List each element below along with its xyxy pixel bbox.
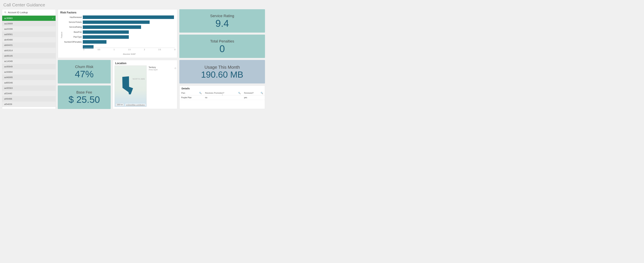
account-search-row[interactable]: Account ID Lookup	[2, 10, 56, 16]
chart-bar-label: ServiceTickets	[63, 21, 83, 23]
chart-bar	[83, 30, 129, 34]
chart-bar	[83, 16, 174, 19]
details-col-renewed[interactable]: Renewed?🔍	[242, 91, 265, 96]
table-row[interactable]: Purple Plan no yes	[180, 96, 265, 100]
chart-bar-row: HasRenewed	[63, 15, 175, 20]
map-legend-title: Territory	[148, 66, 174, 68]
kpi-churn-risk: Churn Risk 47%	[58, 60, 111, 84]
chart-bar-row: PlanType	[63, 34, 175, 40]
map-legend: ⌂ Territory Area layer	[148, 66, 176, 107]
kpi-usage: Usage This Month 190.60 MB	[179, 60, 265, 84]
map-territory-shape	[122, 76, 133, 94]
chart-bar-label: NumberOfPenalties	[63, 41, 83, 43]
kpi-base-fee-value: $ 25.50	[68, 95, 100, 104]
account-search-label: Account ID Lookup	[8, 11, 28, 14]
account-item[interactable]: ac14349	[2, 58, 56, 64]
svg-point-0	[4, 12, 6, 13]
account-lookup-panel: Account ID Lookup ac30983✓aa16889aa33396…	[2, 9, 56, 109]
details-cell-plan: Purple Plan	[180, 96, 203, 100]
chart-bar-row: NumberOfPenalties	[63, 40, 175, 44]
page-title: Call Center Guidance	[0, 0, 644, 9]
account-item[interactable]: ac85649	[2, 64, 56, 69]
kpi-total-penalties-label: Total Penalties	[210, 39, 234, 44]
chart-bar-row: ServiceTickets	[63, 20, 175, 24]
kpi-service-rating: Service Rating 9.4	[179, 9, 265, 32]
chart-y-axis-label: Feature	[60, 15, 63, 55]
details-col-renewed-label: Renewed?	[244, 92, 254, 94]
account-item[interactable]: ac30983✓	[2, 16, 56, 21]
kpi-base-fee: Base Fee $ 25.50	[58, 86, 111, 109]
location-title: Location	[113, 60, 177, 66]
account-item[interactable]: ab64431	[2, 42, 56, 48]
chart-bar-label: PlanType	[63, 36, 83, 38]
chart-bar	[83, 20, 150, 24]
chart-x-tick: 0.5	[98, 48, 100, 50]
account-item[interactable]: ab91914	[2, 48, 56, 53]
chart-x-tick: 0	[83, 48, 84, 50]
check-icon: ✓	[52, 17, 54, 20]
chart-x-tick: 2.5	[158, 48, 161, 50]
chart-bar	[83, 25, 141, 29]
chart-x-tick: 1.5	[128, 48, 130, 50]
chart-bar-label: BaseFee	[63, 31, 83, 33]
search-icon[interactable]: 🔍	[260, 92, 263, 94]
kpi-usage-label: Usage This Month	[204, 65, 240, 70]
chart-bar-label: HasRenewed	[63, 16, 83, 18]
chart-x-tick: 3	[174, 48, 175, 50]
kpi-service-rating-label: Service Rating	[210, 14, 234, 18]
account-item[interactable]: ad65046	[2, 80, 56, 86]
details-cell-promo: no	[203, 96, 242, 100]
account-item[interactable]: ac93894	[2, 69, 56, 75]
details-table: Plan🔍 Receives Promotion?🔍▴ Renewed?🔍 Pu…	[180, 91, 265, 100]
account-item[interactable]: af33440	[2, 91, 56, 96]
details-col-promo-label: Receives Promotion?	[205, 92, 224, 94]
account-item[interactable]: af54839	[2, 102, 56, 107]
chart-bar-row: ServiceRating	[63, 25, 175, 30]
details-col-plan[interactable]: Plan🔍	[180, 91, 203, 96]
chart-x-axis-label: Absolute SHAP	[84, 53, 175, 55]
details-col-promo[interactable]: Receives Promotion?🔍▴	[203, 91, 242, 96]
account-item[interactable]: aa16889	[2, 21, 56, 26]
sort-indicator-icon: ▴	[222, 94, 223, 96]
account-item[interactable]: af49466	[2, 96, 56, 102]
search-icon[interactable]: 🔍	[199, 92, 202, 94]
right-kpi-stack: Service Rating 9.4 Total Penalties 0	[179, 9, 265, 58]
kpi-usage-value: 190.60 MB	[201, 70, 243, 79]
chart-x-tick: 1	[114, 48, 115, 50]
risk-factors-title: Risk Factors	[58, 10, 177, 15]
kpi-total-penalties-value: 0	[220, 44, 225, 54]
chart-bars: HasRenewedServiceTicketsServiceRatingBas…	[63, 15, 175, 48]
details-cell-renewed: yes	[242, 96, 265, 100]
chart-bar-label: ServiceRating	[63, 26, 83, 28]
home-icon[interactable]: ⌂	[174, 66, 176, 70]
chart-bar	[83, 35, 129, 39]
kpi-churn-risk-label: Churn Risk	[75, 65, 93, 69]
location-card: Location NORTH AME 1000 km enStreetMap c…	[113, 60, 177, 109]
kpi-total-penalties: Total Penalties 0	[179, 34, 265, 58]
map-attribution: enStreetMap contributors	[126, 104, 145, 106]
svg-line-1	[6, 13, 6, 13]
search-icon	[4, 11, 6, 14]
account-item[interactable]: ab45480	[2, 37, 56, 42]
risk-factors-card: Risk Factors Feature HasRenewedServiceTi…	[58, 9, 177, 58]
account-item[interactable]: aa33396	[2, 26, 56, 32]
search-icon[interactable]: 🔍	[238, 92, 241, 94]
details-col-plan-label: Plan	[181, 92, 185, 94]
account-list[interactable]: ac30983✓aa16889aa33396aa59561ab45480ab64…	[2, 16, 56, 109]
map-scale: 1000 km	[116, 104, 124, 106]
account-item[interactable]: aa59561	[2, 32, 56, 37]
map[interactable]: NORTH AME 1000 km enStreetMap contributo…	[114, 66, 146, 107]
chart-x-axis: 00.511.522.53	[84, 48, 175, 53]
chart-bar	[83, 40, 106, 44]
account-item[interactable]: ad46995	[2, 75, 56, 80]
details-title: Details	[180, 86, 265, 91]
kpi-churn-risk-value: 47%	[75, 69, 94, 79]
account-item[interactable]: ae95563	[2, 86, 56, 91]
map-continent-label: NORTH AME	[133, 78, 145, 80]
account-item[interactable]: ab99185	[2, 53, 56, 58]
kpi-base-fee-label: Base Fee	[76, 90, 92, 94]
map-legend-sub: Area layer	[148, 68, 174, 71]
chart-x-tick: 2	[144, 48, 145, 50]
kpi-service-rating-value: 9.4	[216, 18, 229, 28]
details-card: Details Plan🔍 Receives Promotion?🔍▴ Rene…	[179, 86, 265, 109]
